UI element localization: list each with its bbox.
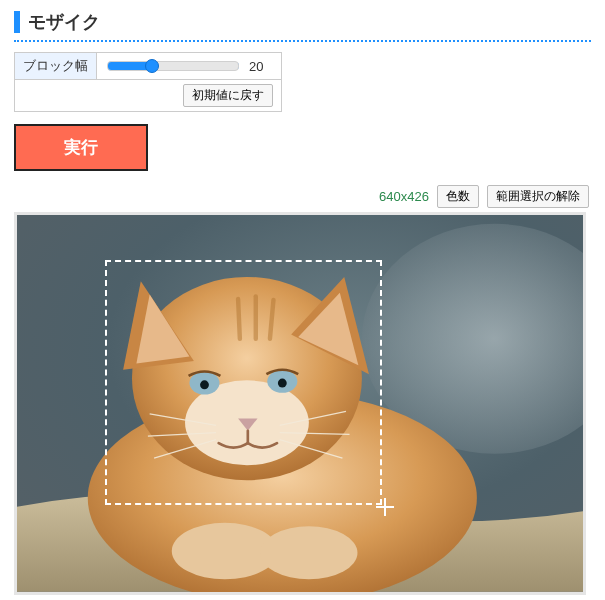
image-dimensions: 640x426 (379, 189, 429, 204)
svg-point-10 (260, 526, 357, 579)
section-divider (14, 40, 591, 42)
clear-selection-button[interactable]: 範囲選択の解除 (487, 185, 589, 208)
image-preview-frame[interactable] (14, 212, 586, 595)
block-width-slider[interactable] (107, 61, 239, 71)
selection-rectangle[interactable] (105, 260, 382, 505)
reset-defaults-button[interactable]: 初期値に戻す (183, 84, 273, 107)
accent-bar (14, 11, 20, 33)
block-width-value: 20 (249, 59, 273, 74)
image-info-bar: 640x426 色数 範囲選択の解除 (14, 185, 591, 208)
param-row-block-width: ブロック幅 20 (15, 53, 282, 80)
block-width-label: ブロック幅 (15, 53, 97, 80)
execute-button[interactable]: 実行 (14, 124, 148, 171)
section-title: モザイク (14, 10, 591, 34)
section-title-text: モザイク (28, 10, 100, 34)
parameters-table: ブロック幅 20 初期値に戻す (14, 52, 282, 112)
color-count-button[interactable]: 色数 (437, 185, 479, 208)
